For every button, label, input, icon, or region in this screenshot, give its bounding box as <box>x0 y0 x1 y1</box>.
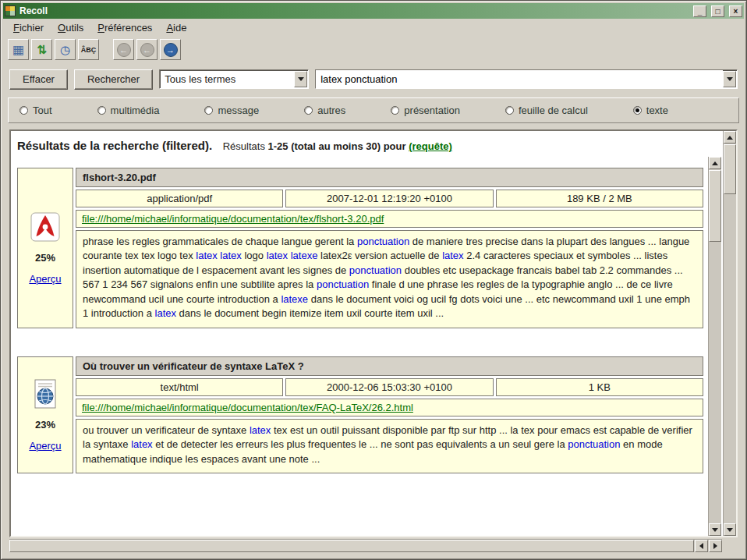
search-mode-value: Tous les termes <box>160 73 294 85</box>
first-page-arrow-icon: ← <box>117 43 131 57</box>
search-input[interactable] <box>316 70 723 88</box>
search-button[interactable]: Rechercher <box>74 69 153 90</box>
arrow-up-icon <box>712 161 718 165</box>
scrollbar-thumb[interactable] <box>709 170 721 242</box>
filter-multimedia[interactable]: multimédia <box>97 105 160 116</box>
term-explorer-button[interactable]: ÂBÇ <box>78 39 99 60</box>
toolbar: ▦ ⇅ ◷ ÂBÇ ← ← → <box>3 37 744 62</box>
horizontal-scrollbar[interactable] <box>9 539 722 552</box>
search-mode-dropdown-button[interactable] <box>294 71 307 87</box>
result-2-table: Où trouver un vérificateur de syntaxe La… <box>76 356 703 473</box>
radio-texte[interactable] <box>633 106 642 115</box>
filter-message[interactable]: message <box>204 105 259 116</box>
result-url-cell: file:///home/michael/informatique/docume… <box>76 399 703 416</box>
radio-feuille-de-calcul[interactable] <box>505 106 514 115</box>
arrow-down-icon <box>712 528 718 532</box>
scroll-up-button[interactable] <box>709 157 721 169</box>
recoll-window: Recoll _ □ × Fichier Outils Préférences … <box>0 0 747 560</box>
scroll-down-button[interactable] <box>724 523 736 536</box>
document-table-icon: ▦ <box>12 42 24 57</box>
preview-link[interactable]: Aperçu <box>29 440 61 452</box>
result-url-cell: file:///home/michael/informatique/docume… <box>76 210 703 228</box>
scrollbar-thumb[interactable] <box>9 540 694 552</box>
abstract-text: dans le document begin itemize item uxil… <box>176 307 444 319</box>
result-title: flshort-3.20.pdf <box>76 168 703 187</box>
minimize-button[interactable]: _ <box>693 5 706 17</box>
filter-label: Tout <box>33 105 52 116</box>
filter-label: message <box>218 105 259 116</box>
history-button[interactable]: ◷ <box>55 39 76 60</box>
preview-link[interactable]: Aperçu <box>29 273 61 285</box>
result-abstract: phrase les regles grammaticales de chaqu… <box>76 230 703 328</box>
radio-message[interactable] <box>204 106 213 115</box>
filter-texte[interactable]: texte <box>633 105 668 116</box>
results-title: Résultats de la recherche (filtered). <box>17 139 212 152</box>
pdf-document-icon <box>30 211 61 243</box>
chevron-down-icon <box>727 77 733 81</box>
relevance-percent: 25% <box>35 252 55 264</box>
next-page-button[interactable]: → <box>160 39 181 60</box>
sort-arrows-icon: ⇅ <box>37 43 47 57</box>
search-bar: Effacer Rechercher Tous les termes <box>9 69 738 90</box>
radio-tout[interactable] <box>19 106 28 115</box>
result-1-table: flshort-3.20.pdf application/pdf 2007-12… <box>76 168 703 328</box>
abstract-text: phrase les regles grammaticales de chaqu… <box>83 236 357 247</box>
menu-fichier[interactable]: Fichier <box>6 20 51 35</box>
filter-label: présentation <box>404 105 460 116</box>
radio-multimedia[interactable] <box>97 106 106 115</box>
highlighted-term: latex <box>250 424 271 436</box>
prev-page-button[interactable]: ← <box>136 39 158 60</box>
menu-preferences[interactable]: Préférences <box>90 20 159 35</box>
sort-button[interactable]: ⇅ <box>31 39 52 60</box>
next-page-arrow-icon: → <box>164 43 178 57</box>
inner-vertical-scrollbar[interactable] <box>708 157 721 536</box>
clear-button[interactable]: Effacer <box>9 69 68 90</box>
filter-autres[interactable]: autres <box>304 105 345 116</box>
window-title: Recoll <box>19 5 689 16</box>
chevron-down-icon <box>298 77 304 81</box>
maximize-button[interactable]: □ <box>711 5 724 17</box>
results-count-label: Résultats <box>223 140 265 152</box>
scroll-up-button[interactable] <box>724 131 736 144</box>
arrow-right-icon <box>713 543 717 549</box>
highlighted-term: ponctuation <box>568 438 620 450</box>
document-table-button[interactable]: ▦ <box>8 39 29 60</box>
history-clock-icon: ◷ <box>60 43 70 57</box>
close-button[interactable]: × <box>729 5 742 17</box>
filter-tout[interactable]: Tout <box>19 105 52 116</box>
scroll-right-button[interactable] <box>709 540 722 552</box>
result-mime: application/pdf <box>76 190 283 207</box>
prev-page-arrow-icon: ← <box>140 43 154 57</box>
result-2-side: 23% Aperçu <box>17 356 73 473</box>
result-row-2: 23% Aperçu Où trouver un vérificateur de… <box>17 356 703 473</box>
filter-feuille-de-calcul[interactable]: feuille de calcul <box>505 105 588 116</box>
highlighted-term: latex <box>155 307 176 319</box>
filter-bar: Tout multimédia message autres présentat… <box>8 97 739 123</box>
radio-presentation[interactable] <box>391 106 399 115</box>
results-header: Résultats de la recherche (filtered). Ré… <box>16 137 705 163</box>
result-date: 2000-12-06 15:03:30 +0100 <box>285 378 493 396</box>
titlebar[interactable]: Recoll _ □ × <box>3 3 744 19</box>
radio-autres[interactable] <box>304 106 313 115</box>
scrollbar-thumb[interactable] <box>724 144 736 194</box>
first-page-button[interactable]: ← <box>113 39 134 60</box>
filter-presentation[interactable]: présentation <box>391 105 460 116</box>
abstract-text: ou trouver un verificateur de syntaxe <box>83 424 250 436</box>
abstract-text: latex2ε version actuelle de <box>317 250 442 261</box>
result-title: Où trouver un vérificateur de syntaxe La… <box>76 356 703 376</box>
filter-label: feuille de calcul <box>519 105 588 116</box>
arrow-left-icon <box>699 543 703 549</box>
result-url-link[interactable]: file:///home/michael/informatique/docume… <box>82 213 384 225</box>
results-list: Résultats de la recherche (filtered). Ré… <box>11 131 706 536</box>
result-mime: text/html <box>76 378 283 396</box>
outer-vertical-scrollbar[interactable] <box>723 131 736 536</box>
query-link[interactable]: (requête) <box>409 140 452 152</box>
menu-aide[interactable]: Aide <box>159 20 193 35</box>
scroll-left-button[interactable] <box>695 540 708 552</box>
search-mode-select[interactable]: Tous les termes <box>159 69 309 89</box>
result-url-link[interactable]: file:///home/michael/informatique/docume… <box>82 402 413 413</box>
menu-outils[interactable]: Outils <box>51 20 90 35</box>
query-dropdown-button[interactable] <box>723 71 736 87</box>
highlighted-term: latex <box>131 438 152 450</box>
scroll-down-button[interactable] <box>709 523 721 536</box>
